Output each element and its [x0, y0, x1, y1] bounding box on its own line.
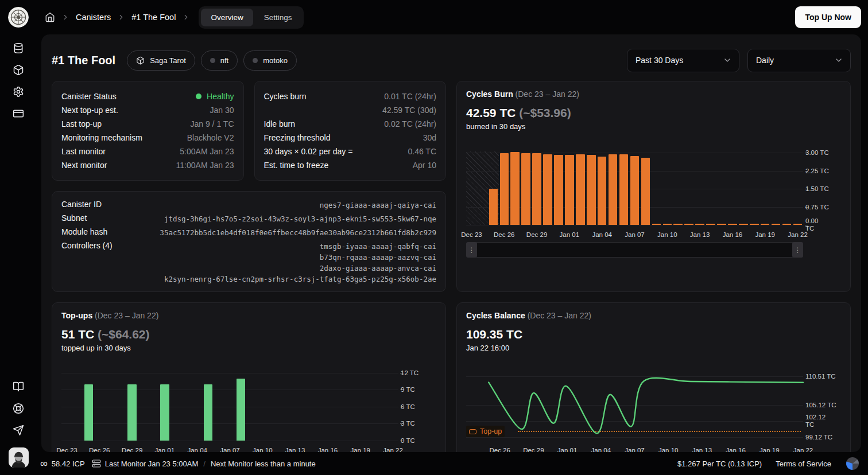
main-panel: #1 The Fool Saga Tarotnftmotoko Past 30 … — [41, 34, 861, 452]
tag-badges: Saga Tarotnftmotoko — [127, 50, 297, 71]
y-axis-label: 9 TC — [401, 386, 436, 394]
icp-balance: ∞ 58.42 ICP — [40, 458, 85, 469]
info-label: Controllers (4) — [61, 241, 113, 250]
brush-handle-left[interactable]: ⋮ — [466, 242, 477, 258]
cube-icon[interactable] — [13, 64, 24, 76]
x-axis-label: Jan 10 — [658, 447, 679, 452]
tab-settings[interactable]: Settings — [254, 9, 302, 26]
x-axis-label: Jan 19 — [760, 447, 780, 452]
info-label: Cycles burn — [264, 92, 307, 101]
home-icon[interactable] — [45, 12, 55, 22]
usd-equivalent: (~$64.62) — [98, 328, 149, 341]
bar — [695, 224, 704, 225]
chart-zoom-brush[interactable]: ⋮ ⋮ — [466, 242, 803, 258]
server-icon — [92, 459, 101, 468]
tag-badge-motoko[interactable]: motoko — [243, 50, 297, 71]
info-value: Blackhole V2 — [187, 133, 234, 142]
info-row: Last top-upJan 9 / 1 TC — [61, 117, 234, 131]
app-logo[interactable] — [8, 7, 29, 28]
cycles-burn-chart[interactable]: 0.00 TC0.75 TC1.50 TC2.25 TC3.00 TCDec 2… — [466, 151, 841, 238]
chevron-down-icon — [834, 56, 843, 65]
canister-header: #1 The Fool Saga Tarotnftmotoko Past 30 … — [52, 48, 851, 72]
bar — [554, 155, 563, 225]
interval-select[interactable]: Daily — [747, 49, 851, 72]
cycles-balance-chart[interactable]: 110.51 TC105.12 TC102.12 TC99.12 TCTop-u… — [466, 369, 841, 452]
top-up-now-button[interactable]: Top Up Now — [795, 6, 861, 28]
info-row: Monitoring mechanismBlackhole V2 — [61, 131, 234, 145]
last-monitor-text: Last Monitor Jan 23 5:00AM — [105, 460, 199, 468]
info-label: Idle burn — [264, 119, 295, 129]
x-axis-label: Dec 29 — [526, 231, 547, 238]
time-range-select[interactable]: Past 30 Days — [627, 49, 739, 72]
terms-of-service-link[interactable]: Terms of Service — [776, 460, 831, 468]
x-axis-label: Dec 29 — [122, 447, 142, 452]
globe-icon[interactable] — [845, 456, 860, 471]
x-axis-label: Jan 04 — [592, 231, 612, 238]
chart-range: (Dec 23 – Jan 22) — [95, 311, 158, 320]
badge-label: nft — [220, 56, 228, 65]
tab-overview[interactable]: Overview — [201, 9, 253, 26]
bar — [598, 157, 607, 225]
mono-value: 35ac5172bb5dc1eb4df018f0e6ffbecc48b9fae3… — [160, 227, 436, 238]
y-axis-label: 2.25 TC — [805, 167, 841, 174]
controller-list: tmsgb-iyaaa-aaaaj-qabfq-caib73qn-rqaaa-a… — [164, 241, 436, 285]
status-bar: ∞ 58.42 ICP Last Monitor Jan 23 5:00AM /… — [37, 452, 868, 475]
x-axis-label: Jan 16 — [318, 447, 338, 452]
tag-badge-saga-tarot[interactable]: Saga Tarot — [127, 50, 195, 71]
gear-icon[interactable] — [13, 86, 24, 98]
bar — [565, 155, 574, 225]
tc-price: $1.267 Per TC (0.13 ICP) — [677, 460, 762, 468]
usd-equivalent: (~$53.96) — [519, 106, 571, 119]
info-row: Module hash35ac5172bb5dc1eb4df018f0e6ffb… — [61, 227, 436, 241]
info-value: Jan 9 / 1 TC — [190, 119, 234, 129]
mono-value: jtdsg-3h6gi-hs7o5-z2soi-43w3z-soyl3-ajnp… — [164, 213, 436, 224]
info-value: 5:00AM Jan 23 — [180, 147, 234, 156]
y-axis-label: 3.00 TC — [805, 149, 841, 157]
x-axis-label: Jan 01 — [557, 447, 578, 452]
info-value: 11:00AM Jan 23 — [176, 161, 234, 170]
top-ups-chart[interactable]: 0 TC3 TC6 TC9 TC12 TCDec 23Dec 26Dec 29J… — [61, 369, 436, 452]
database-icon[interactable] — [13, 42, 24, 54]
tag-badge-nft[interactable]: nft — [201, 50, 238, 71]
user-avatar[interactable] — [9, 447, 29, 468]
info-label: Monitoring mechanism — [61, 133, 142, 142]
bar — [793, 224, 803, 225]
chevron-right-icon — [61, 13, 69, 21]
info-label: Module hash — [61, 227, 107, 236]
drag-dots-icon: ⋮ — [468, 247, 475, 254]
y-axis-label: 0.00 TC — [805, 217, 841, 232]
chevron-right-icon — [182, 13, 190, 21]
gridline — [61, 373, 398, 373]
info-row: Subnetjtdsg-3h6gi-hs7o5-z2soi-43w3z-soyl… — [61, 213, 436, 227]
x-axis-label: Dec 23 — [56, 447, 77, 452]
icp-balance-value: 58.42 ICP — [52, 460, 85, 468]
gridline — [466, 225, 803, 225]
x-axis-label: Jan 13 — [690, 231, 710, 238]
chart-title: Cycles Balance (Dec 23 – Jan 22) — [466, 311, 841, 320]
breadcrumb-canister-name[interactable]: #1 The Fool — [131, 13, 176, 22]
cycles-burn-chart-card: Cycles Burn (Dec 23 – Jan 22) 42.59 TC (… — [456, 81, 851, 292]
book-open-icon[interactable] — [13, 381, 24, 392]
breadcrumb: Canisters #1 The Fool Overview Settings — [45, 6, 304, 29]
bar — [717, 224, 726, 225]
x-axis-label: Dec 26 — [494, 231, 514, 238]
info-value: Jan 30 — [210, 106, 234, 115]
status-bar-right: $1.267 Per TC (0.13 ICP) Terms of Servic… — [677, 456, 860, 471]
credit-card-icon[interactable] — [13, 108, 24, 119]
left-column: Canister StatusHealthyNext top-up est.Ja… — [52, 81, 446, 452]
cube-icon — [136, 56, 145, 65]
breadcrumb-canisters[interactable]: Canisters — [76, 13, 111, 22]
x-axis: Dec 23Dec 26Dec 29Jan 01Jan 04Jan 07Jan … — [61, 445, 398, 452]
life-buoy-icon[interactable] — [13, 403, 24, 414]
info-label: Next top-up est. — [61, 106, 118, 115]
badge-dot-icon — [253, 58, 258, 63]
gridline — [61, 441, 398, 441]
send-icon[interactable] — [13, 425, 24, 436]
bar — [127, 384, 137, 441]
bar — [237, 379, 246, 441]
info-value: 42.59 TC (30d) — [382, 106, 436, 115]
brush-handle-right[interactable]: ⋮ — [792, 242, 803, 258]
healthy-status-dot — [196, 94, 202, 99]
chart-headline: 42.59 TC (~$53.96) — [466, 106, 841, 120]
bar — [684, 224, 693, 225]
